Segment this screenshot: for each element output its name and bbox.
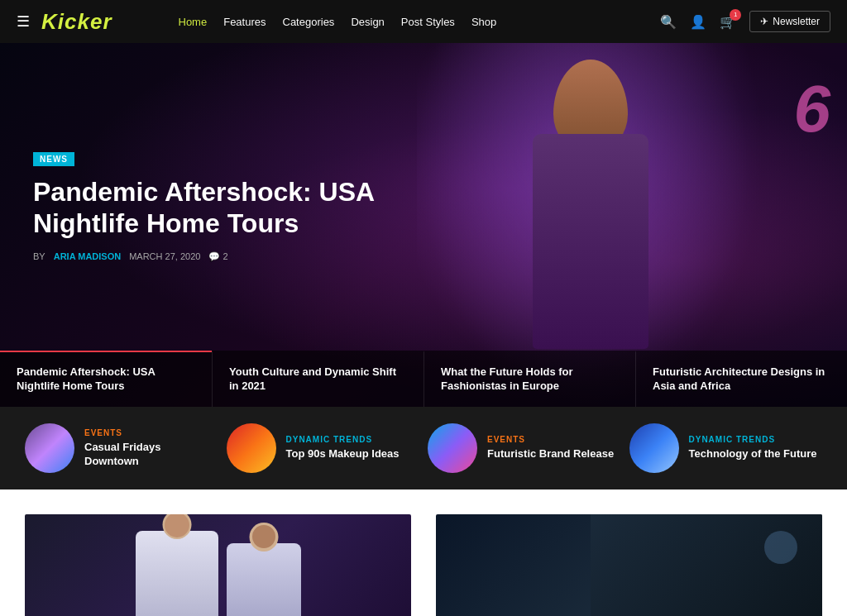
- hero-badge: NEWS: [33, 152, 74, 166]
- hamburger-icon[interactable]: ☰: [17, 12, 30, 31]
- hero-tab-title-1: Youth Culture and Dynamic Shift in 2021: [229, 365, 407, 394]
- comment-icon: 💬: [208, 251, 220, 262]
- hero-tab-1[interactable]: Youth Culture and Dynamic Shift in 2021: [212, 351, 424, 407]
- trending-thumb-2: [428, 423, 477, 473]
- nav-home[interactable]: Home: [179, 16, 208, 28]
- nav-design[interactable]: Design: [351, 16, 384, 28]
- article-img-bg-1: [436, 514, 822, 616]
- nav-categories[interactable]: Categories: [283, 16, 335, 28]
- hero-tabs: Pandemic Aftershock: USA Nightlife Home …: [0, 351, 847, 407]
- article-image-1: [436, 514, 822, 616]
- hero-content: NEWS Pandemic Aftershock: USA Nightlife …: [33, 150, 380, 262]
- trending-item-3[interactable]: DYNAMIC TRENDS Technology of the Future: [629, 423, 823, 473]
- trending-title-2: Futuristic Brand Release: [487, 447, 614, 461]
- trending-category-3: DYNAMIC TRENDS: [689, 435, 817, 444]
- site-logo[interactable]: Kicker: [41, 9, 112, 35]
- hero-meta: BY ARIA MADISON MARCH 27, 2020 💬 2: [33, 251, 380, 262]
- newsletter-button[interactable]: ✈ Newsletter: [749, 11, 830, 32]
- hero-section: 6 NEWS Pandemic Aftershock: USA Nightlif…: [0, 43, 847, 407]
- trending-item-0[interactable]: EVENTS Casual Fridays Downtown: [25, 423, 218, 473]
- trending-category-2: EVENTS: [487, 435, 614, 444]
- search-icon[interactable]: 🔍: [660, 14, 677, 30]
- cart-badge: 1: [730, 9, 741, 21]
- site-header: ☰ Kicker Home Features Categories Design…: [0, 0, 847, 43]
- header-right: 🔍 👤 🛒 1 ✈ Newsletter: [660, 11, 830, 32]
- article-card-0[interactable]: LIFESTYLE Social and Political Equality …: [25, 514, 411, 616]
- trending-item-2[interactable]: EVENTS Futuristic Brand Release: [428, 423, 621, 473]
- trending-thumb-3: [629, 423, 679, 473]
- neon-decoration: 6: [794, 76, 831, 142]
- hero-comments: 💬 2: [208, 251, 227, 262]
- trending-info-1: DYNAMIC TRENDS Top 90s Makeup Ideas: [286, 435, 400, 461]
- article-card-1[interactable]: [436, 514, 822, 616]
- trending-info-0: EVENTS Casual Fridays Downtown: [84, 428, 218, 469]
- hero-tab-3[interactable]: Futuristic Architecture Designs in Asia …: [635, 351, 847, 407]
- trending-title-3: Technology of the Future: [689, 447, 817, 461]
- trending-thumb-1: [227, 423, 276, 473]
- nav-features[interactable]: Features: [223, 16, 266, 28]
- hero-date: MARCH 27, 2020: [129, 251, 200, 261]
- user-icon[interactable]: 👤: [690, 14, 706, 30]
- trending-bar: EVENTS Casual Fridays Downtown DYNAMIC T…: [0, 407, 847, 489]
- trending-thumb-0: [25, 423, 74, 473]
- trending-category-1: DYNAMIC TRENDS: [286, 435, 400, 444]
- trending-title-1: Top 90s Makeup Ideas: [286, 447, 400, 461]
- cart-icon[interactable]: 🛒 1: [720, 14, 736, 30]
- article-image-0: [25, 514, 411, 616]
- hero-author-label: BY: [33, 251, 45, 261]
- nav-post-styles[interactable]: Post Styles: [401, 16, 455, 28]
- trending-info-3: DYNAMIC TRENDS Technology of the Future: [689, 435, 817, 461]
- hero-tab-0[interactable]: Pandemic Aftershock: USA Nightlife Home …: [0, 351, 212, 407]
- trending-item-1[interactable]: DYNAMIC TRENDS Top 90s Makeup Ideas: [227, 423, 420, 473]
- hero-tab-title-2: What the Future Holds for Fashionistas i…: [441, 365, 619, 394]
- content-section: LIFESTYLE Social and Political Equality …: [0, 489, 847, 616]
- trending-info-2: EVENTS Futuristic Brand Release: [487, 435, 614, 461]
- trending-title-0: Casual Fridays Downtown: [84, 441, 218, 469]
- hero-tab-2[interactable]: What the Future Holds for Fashionistas i…: [424, 351, 635, 407]
- trending-category-0: EVENTS: [84, 428, 218, 437]
- newsletter-icon: ✈: [760, 16, 768, 27]
- hero-title: Pandemic Aftershock: USA Nightlife Home …: [33, 176, 380, 240]
- header-left: ☰ Kicker: [17, 9, 112, 35]
- article-img-bg-0: [25, 514, 411, 616]
- hero-author[interactable]: ARIA MADISON: [54, 251, 121, 261]
- hero-tab-title-3: Futuristic Architecture Designs in Asia …: [653, 365, 830, 394]
- hero-tab-title-0: Pandemic Aftershock: USA Nightlife Home …: [17, 365, 195, 394]
- main-nav: Home Features Categories Design Post Sty…: [179, 16, 497, 28]
- nav-shop[interactable]: Shop: [471, 16, 496, 28]
